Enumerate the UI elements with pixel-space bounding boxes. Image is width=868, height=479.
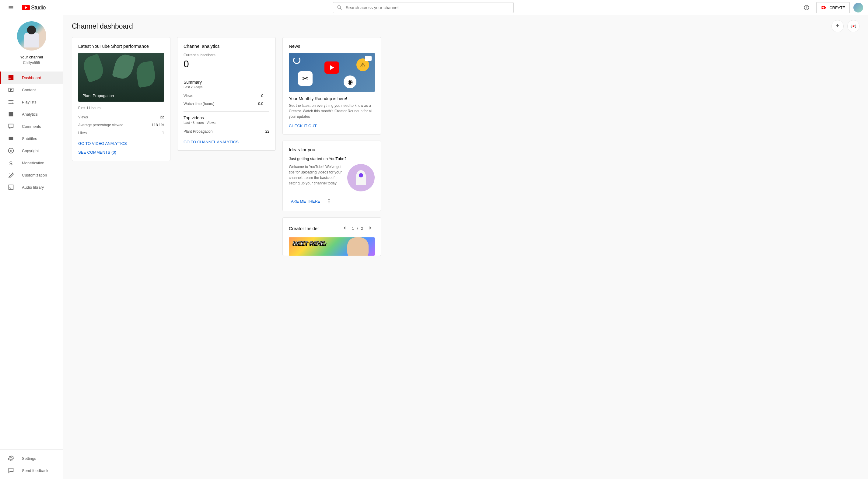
nav-label: Monetization [22,161,44,165]
nav-label: Subtitles [22,136,37,141]
pager-prev-button[interactable] [340,224,349,233]
subscriber-label: Current subscribers [184,53,269,57]
search-box[interactable] [333,2,514,13]
nav-dashboard[interactable]: Dashboard [0,71,63,84]
profile-name: Chillyn555 [23,61,40,65]
nav-playlists[interactable]: Playlists [0,96,63,108]
create-label: CREATE [829,5,845,10]
logo-text: Studio [31,5,45,11]
search-input[interactable] [346,5,510,10]
nav-label: Copyright [22,149,39,153]
insider-face-illustration [347,237,369,256]
upload-button[interactable] [832,20,844,32]
news-card: News ✂ ⚠ ◉ Your Monthly Roundup is here!… [282,37,381,134]
nav-analytics[interactable]: Analytics [0,108,63,120]
channel-avatar[interactable] [17,21,46,51]
video-thumbnail[interactable]: Plant Propagation [78,53,164,102]
nav-comments[interactable]: Comments [0,120,63,132]
nav-customization[interactable]: Customization [0,169,63,181]
divider [184,111,269,112]
nav-monetization[interactable]: Monetization [0,157,63,169]
ideas-link[interactable]: TAKE ME THERE [289,199,320,203]
hamburger-menu-button[interactable] [5,2,17,14]
stat-value: 118.1% [152,123,164,127]
customization-icon [7,171,14,179]
dashboard-cards: Latest YouTube Short performance Plant P… [72,37,860,256]
subscriber-count: 0 [184,58,269,70]
nav-audio-library[interactable]: Audio library [0,181,63,193]
copyright-icon: c [7,147,14,154]
help-button[interactable] [800,2,813,14]
nav-copyright[interactable]: c Copyright [0,145,63,157]
rocket-icon [356,170,366,185]
ideas-headline: Just getting started on YouTube? [289,156,375,161]
summary-label: Views [184,94,193,98]
go-live-button[interactable] [847,20,860,32]
stat-label: Likes [78,131,87,135]
stat-value: 22 [160,115,164,119]
card-title: Channel analytics [184,43,269,49]
ideas-description: Welcome to YouTube! We've got tips for u… [289,164,342,186]
more-vertical-icon [326,198,332,204]
youtube-studio-logo[interactable]: Studio [22,5,45,11]
summary-value: 0.0 [258,102,263,106]
stat-label: Average percentage viewed [78,123,124,127]
sidebar: Your channel Chillyn555 Dashboard Conten… [0,15,63,261]
svg-point-2 [9,173,10,174]
ideas-more-button[interactable] [326,197,333,205]
svg-point-4 [329,199,329,200]
ideas-text: Welcome to YouTube! We've got tips for u… [289,164,342,191]
see-comments-link[interactable]: SEE COMMENTS (0) [78,150,164,155]
top-video-value: 22 [266,129,269,134]
news-image[interactable]: ✂ ⚠ ◉ [289,53,375,92]
profile-title: Your channel [20,55,43,59]
sidebar-profile: Your channel Chillyn555 [0,15,63,70]
nav-label: Playlists [22,100,36,104]
channel-analytics-card: Channel analytics Current subscribers 0 … [177,37,276,151]
video-title: Plant Propagation [83,93,114,98]
fingerprint-icon: ◉ [344,75,356,88]
analytics-icon [7,110,14,118]
summary-delta: — [266,94,269,98]
nav-content[interactable]: Content [0,84,63,96]
channel-analytics-link[interactable]: GO TO CHANNEL ANALYTICS [184,140,269,144]
divider [184,76,269,76]
card-title: Ideas for you [289,147,375,152]
stat-row: Likes 1 [78,129,164,137]
pager-next-button[interactable] [366,224,375,233]
top-videos-subtitle: Last 48 hours · Views [184,121,269,125]
page-title: Channel dashboard [72,22,133,30]
play-icon [324,61,339,74]
playlists-icon [7,98,14,105]
card-title: Latest YouTube Short performance [78,43,164,49]
nav-label: Analytics [22,112,38,117]
create-button[interactable]: CREATE [816,2,850,13]
pager-sep: / [357,226,358,231]
subtitles-icon [7,135,14,142]
insider-header: Creator Insider 1 / 2 [289,224,375,233]
top-video-label: Plant Propagation [184,129,212,134]
scissors-icon: ✂ [298,71,313,86]
creator-insider-card: Creator Insider 1 / 2 MEET RENE: [282,217,381,256]
video-analytics-link[interactable]: GO TO VIDEO ANALYTICS [78,141,164,146]
top-video-row[interactable]: Plant Propagation 22 [184,128,269,135]
ideas-body: Welcome to YouTube! We've got tips for u… [289,164,375,191]
pager-total: 2 [361,226,363,231]
nav-subtitles[interactable]: Subtitles [0,132,63,145]
pager-current: 1 [352,226,354,231]
summary-row: Watch time (hours) 0.0 — [184,100,269,108]
news-link[interactable]: CHECK IT OUT [289,124,375,128]
insider-thumbnail[interactable]: MEET RENE: [289,237,375,256]
search-icon [337,5,343,11]
svg-point-3 [853,26,854,27]
youtube-icon [365,56,372,61]
sidebar-nav: Dashboard Content Playlists Analytics Co… [0,70,63,261]
summary-subtitle: Last 28 days [184,85,269,89]
account-avatar[interactable] [854,3,863,12]
create-video-icon [821,5,827,11]
summary-title: Summary [184,80,269,85]
pager: 1 / 2 [340,224,375,233]
rocket-illustration [347,164,375,191]
chevron-right-icon [367,225,373,231]
latest-performance-card: Latest YouTube Short performance Plant P… [72,37,170,161]
